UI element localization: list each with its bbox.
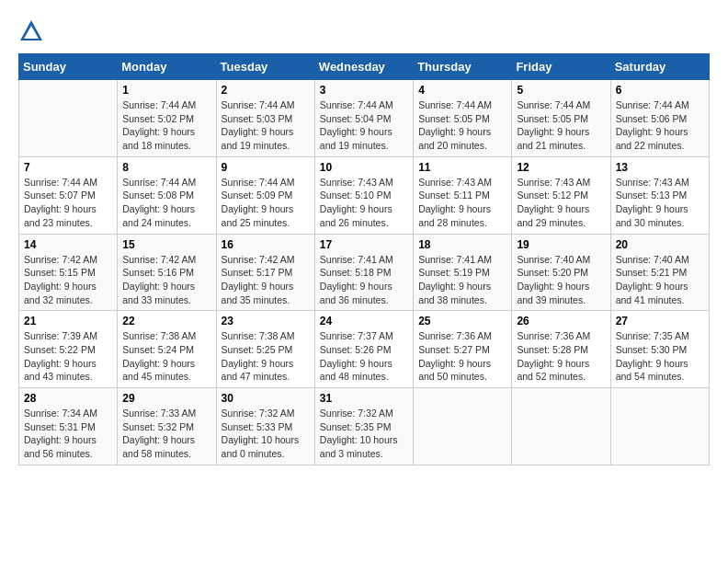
day-number: 30 bbox=[222, 392, 310, 405]
day-number: 19 bbox=[517, 238, 605, 251]
logo-icon bbox=[18, 18, 44, 44]
day-number: 9 bbox=[222, 161, 310, 174]
calendar-cell: 10Sunrise: 7:43 AMSunset: 5:10 PMDayligh… bbox=[314, 156, 413, 234]
calendar-cell: 22Sunrise: 7:38 AMSunset: 5:24 PMDayligh… bbox=[118, 311, 216, 388]
calendar-cell: 27Sunrise: 7:35 AMSunset: 5:30 PMDayligh… bbox=[610, 311, 709, 388]
calendar-cell: 6Sunrise: 7:44 AMSunset: 5:06 PMDaylight… bbox=[610, 80, 709, 157]
day-info: Sunrise: 7:32 AMSunset: 5:35 PMDaylight:… bbox=[320, 407, 408, 461]
day-info: Sunrise: 7:43 AMSunset: 5:10 PMDaylight:… bbox=[320, 176, 408, 230]
day-number: 5 bbox=[517, 84, 605, 97]
day-info: Sunrise: 7:40 AMSunset: 5:20 PMDaylight:… bbox=[517, 253, 605, 307]
calendar-cell: 8Sunrise: 7:44 AMSunset: 5:08 PMDaylight… bbox=[118, 156, 216, 234]
calendar-week-row: 28Sunrise: 7:34 AMSunset: 5:31 PMDayligh… bbox=[19, 388, 710, 465]
day-info: Sunrise: 7:40 AMSunset: 5:21 PMDaylight:… bbox=[616, 253, 704, 307]
calendar-cell: 13Sunrise: 7:43 AMSunset: 5:13 PMDayligh… bbox=[610, 156, 709, 234]
calendar-cell: 15Sunrise: 7:42 AMSunset: 5:16 PMDayligh… bbox=[118, 234, 216, 311]
day-number: 18 bbox=[418, 238, 506, 251]
day-number: 28 bbox=[24, 392, 112, 405]
calendar-cell: 23Sunrise: 7:38 AMSunset: 5:25 PMDayligh… bbox=[216, 311, 314, 388]
column-header-monday: Monday bbox=[118, 54, 216, 80]
day-info: Sunrise: 7:44 AMSunset: 5:05 PMDaylight:… bbox=[418, 98, 506, 153]
day-info: Sunrise: 7:44 AMSunset: 5:02 PMDaylight:… bbox=[122, 98, 210, 153]
calendar-cell: 14Sunrise: 7:42 AMSunset: 5:15 PMDayligh… bbox=[19, 234, 118, 311]
day-info: Sunrise: 7:42 AMSunset: 5:17 PMDaylight:… bbox=[222, 253, 310, 307]
day-number: 29 bbox=[122, 392, 210, 405]
calendar-week-row: 21Sunrise: 7:39 AMSunset: 5:22 PMDayligh… bbox=[19, 311, 710, 388]
day-info: Sunrise: 7:43 AMSunset: 5:12 PMDaylight:… bbox=[517, 176, 605, 230]
calendar-cell: 31Sunrise: 7:32 AMSunset: 5:35 PMDayligh… bbox=[314, 388, 413, 465]
day-number: 6 bbox=[616, 84, 704, 97]
calendar-cell: 17Sunrise: 7:41 AMSunset: 5:18 PMDayligh… bbox=[314, 234, 413, 311]
day-number: 11 bbox=[418, 161, 506, 174]
day-info: Sunrise: 7:44 AMSunset: 5:05 PMDaylight:… bbox=[517, 98, 605, 153]
calendar-cell: 1Sunrise: 7:44 AMSunset: 5:02 PMDaylight… bbox=[118, 80, 216, 157]
day-number: 4 bbox=[418, 84, 506, 97]
day-info: Sunrise: 7:44 AMSunset: 5:08 PMDaylight:… bbox=[122, 176, 210, 230]
calendar-cell: 2Sunrise: 7:44 AMSunset: 5:03 PMDaylight… bbox=[216, 80, 314, 157]
day-number: 16 bbox=[222, 238, 310, 251]
day-number: 26 bbox=[517, 315, 605, 327]
day-number: 17 bbox=[320, 238, 408, 251]
calendar-cell: 28Sunrise: 7:34 AMSunset: 5:31 PMDayligh… bbox=[19, 388, 118, 465]
day-number: 8 bbox=[122, 161, 210, 174]
day-info: Sunrise: 7:32 AMSunset: 5:33 PMDaylight:… bbox=[222, 407, 310, 461]
calendar-cell: 20Sunrise: 7:40 AMSunset: 5:21 PMDayligh… bbox=[610, 234, 709, 311]
day-info: Sunrise: 7:34 AMSunset: 5:31 PMDaylight:… bbox=[24, 407, 112, 461]
column-header-sunday: Sunday bbox=[19, 54, 118, 80]
day-number: 7 bbox=[24, 161, 112, 174]
logo bbox=[18, 18, 46, 44]
calendar-cell: 7Sunrise: 7:44 AMSunset: 5:07 PMDaylight… bbox=[19, 156, 118, 234]
day-info: Sunrise: 7:39 AMSunset: 5:22 PMDaylight:… bbox=[24, 329, 112, 384]
day-info: Sunrise: 7:43 AMSunset: 5:13 PMDaylight:… bbox=[616, 176, 704, 230]
day-number: 14 bbox=[24, 238, 112, 251]
column-header-thursday: Thursday bbox=[414, 54, 512, 80]
day-info: Sunrise: 7:44 AMSunset: 5:04 PMDaylight:… bbox=[320, 98, 408, 153]
day-number: 2 bbox=[222, 84, 310, 97]
day-number: 1 bbox=[122, 84, 210, 97]
column-header-tuesday: Tuesday bbox=[216, 54, 314, 80]
calendar-cell: 4Sunrise: 7:44 AMSunset: 5:05 PMDaylight… bbox=[414, 80, 512, 157]
day-info: Sunrise: 7:41 AMSunset: 5:18 PMDaylight:… bbox=[320, 253, 408, 307]
calendar-cell: 16Sunrise: 7:42 AMSunset: 5:17 PMDayligh… bbox=[216, 234, 314, 311]
column-header-wednesday: Wednesday bbox=[314, 54, 413, 80]
calendar-cell: 19Sunrise: 7:40 AMSunset: 5:20 PMDayligh… bbox=[512, 234, 610, 311]
calendar-header-row: SundayMondayTuesdayWednesdayThursdayFrid… bbox=[19, 54, 710, 80]
calendar-cell bbox=[512, 388, 610, 465]
day-info: Sunrise: 7:38 AMSunset: 5:24 PMDaylight:… bbox=[122, 329, 210, 384]
calendar-cell: 30Sunrise: 7:32 AMSunset: 5:33 PMDayligh… bbox=[216, 388, 314, 465]
day-info: Sunrise: 7:37 AMSunset: 5:26 PMDaylight:… bbox=[320, 329, 408, 384]
day-number: 3 bbox=[320, 84, 408, 97]
day-info: Sunrise: 7:38 AMSunset: 5:25 PMDaylight:… bbox=[222, 329, 310, 384]
day-info: Sunrise: 7:42 AMSunset: 5:16 PMDaylight:… bbox=[122, 253, 210, 307]
calendar-cell: 26Sunrise: 7:36 AMSunset: 5:28 PMDayligh… bbox=[512, 311, 610, 388]
calendar-week-row: 7Sunrise: 7:44 AMSunset: 5:07 PMDaylight… bbox=[19, 156, 710, 234]
day-number: 15 bbox=[122, 238, 210, 251]
calendar-cell bbox=[414, 388, 512, 465]
day-info: Sunrise: 7:42 AMSunset: 5:15 PMDaylight:… bbox=[24, 253, 112, 307]
day-number: 13 bbox=[616, 161, 704, 174]
day-info: Sunrise: 7:44 AMSunset: 5:06 PMDaylight:… bbox=[616, 98, 704, 153]
calendar-cell: 29Sunrise: 7:33 AMSunset: 5:32 PMDayligh… bbox=[118, 388, 216, 465]
day-info: Sunrise: 7:36 AMSunset: 5:28 PMDaylight:… bbox=[517, 329, 605, 384]
day-number: 20 bbox=[616, 238, 704, 251]
column-header-saturday: Saturday bbox=[610, 54, 709, 80]
column-header-friday: Friday bbox=[512, 54, 610, 80]
page-header bbox=[18, 18, 710, 44]
calendar-cell: 25Sunrise: 7:36 AMSunset: 5:27 PMDayligh… bbox=[414, 311, 512, 388]
day-number: 21 bbox=[24, 315, 112, 327]
day-info: Sunrise: 7:44 AMSunset: 5:07 PMDaylight:… bbox=[24, 176, 112, 230]
calendar-cell: 21Sunrise: 7:39 AMSunset: 5:22 PMDayligh… bbox=[19, 311, 118, 388]
calendar-cell: 5Sunrise: 7:44 AMSunset: 5:05 PMDaylight… bbox=[512, 80, 610, 157]
day-info: Sunrise: 7:36 AMSunset: 5:27 PMDaylight:… bbox=[418, 329, 506, 384]
day-number: 24 bbox=[320, 315, 408, 327]
calendar-cell: 24Sunrise: 7:37 AMSunset: 5:26 PMDayligh… bbox=[314, 311, 413, 388]
day-number: 22 bbox=[122, 315, 210, 327]
day-info: Sunrise: 7:35 AMSunset: 5:30 PMDaylight:… bbox=[616, 329, 704, 384]
calendar-cell bbox=[610, 388, 709, 465]
day-number: 31 bbox=[320, 392, 408, 405]
day-number: 25 bbox=[418, 315, 506, 327]
day-info: Sunrise: 7:41 AMSunset: 5:19 PMDaylight:… bbox=[418, 253, 506, 307]
calendar-cell: 3Sunrise: 7:44 AMSunset: 5:04 PMDaylight… bbox=[314, 80, 413, 157]
calendar-cell: 11Sunrise: 7:43 AMSunset: 5:11 PMDayligh… bbox=[414, 156, 512, 234]
day-number: 10 bbox=[320, 161, 408, 174]
